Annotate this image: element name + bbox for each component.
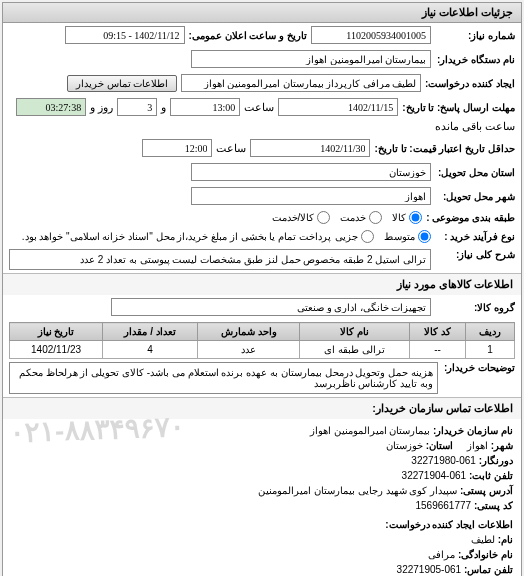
radio-goods-input[interactable] xyxy=(409,211,422,224)
buyer-notes-row: توضیحات خریدار: هزینه حمل وتحویل درمحل ب… xyxy=(9,362,515,394)
row-goods-group: گروه کالا: xyxy=(3,295,521,319)
requester-phone-line: تلفن تماس: 061-32271905 xyxy=(11,562,513,576)
th-name: نام کالا xyxy=(300,323,410,341)
cell-code: -- xyxy=(409,341,465,359)
cell-qty: 4 xyxy=(103,341,198,359)
contact-org-label: نام سازمان خریدار: xyxy=(433,425,513,436)
requester-input[interactable] xyxy=(181,74,421,92)
purchase-note: پرداخت تمام یا بخشی از مبلغ خرید،از محل … xyxy=(22,231,331,242)
requester-surname: مرافی xyxy=(428,549,455,560)
radio-goods-service-input[interactable] xyxy=(317,211,330,224)
expiry-time-input[interactable] xyxy=(142,139,212,157)
deadline-label: مهلت ارسال پاسخ: تا تاریخ: xyxy=(402,102,515,113)
contact-postal: 1569661777 xyxy=(415,500,471,511)
purchase-type-label: نوع فرآیند خرید : xyxy=(435,231,515,242)
radio-minor-input[interactable] xyxy=(361,230,374,243)
contact-address: سپیدار کوی شهید رجایی بیمارستان امیرالمو… xyxy=(258,485,457,496)
radio-minor[interactable]: جزیی xyxy=(335,230,374,243)
category-radio-group: کالا خدمت کالا/خدمت xyxy=(272,211,423,224)
province-label: استان محل تحویل: xyxy=(435,167,515,178)
row-province: استان محل تحویل: xyxy=(3,160,521,184)
day-label: روز و xyxy=(90,101,113,114)
contact-info-button[interactable]: اطلاعات تماس خریدار xyxy=(67,75,177,92)
time-label-2: ساعت xyxy=(216,142,246,155)
row-request-number: شماره نیاز: تاریخ و ساعت اعلان عمومی: xyxy=(3,23,521,47)
row-city: شهر محل تحویل: xyxy=(3,184,521,208)
requester-surname-label: نام خانوادگی: xyxy=(458,549,513,560)
requester-phone: 061-32271905 xyxy=(397,564,462,575)
expiry-label: حداقل تاریخ اعتبار قیمت: تا تاریخ: xyxy=(374,143,515,154)
row-general-desc: شرح کلی نیاز: ترالی استیل 2 طبقه مخصوص ح… xyxy=(3,246,521,273)
cell-idx: 1 xyxy=(466,341,515,359)
and-label: و xyxy=(161,101,166,114)
buyer-org-input[interactable] xyxy=(191,50,431,68)
contact-section-title: اطلاعات تماس سازمان خریدار: xyxy=(3,397,521,419)
contact-fax-label: دورنگار: xyxy=(479,455,513,466)
goods-group-label: گروه کالا: xyxy=(435,302,515,313)
row-purchase-type: نوع فرآیند خرید : متوسط جزیی پرداخت تمام… xyxy=(3,227,521,246)
row-buyer-org: نام دستگاه خریدار: xyxy=(3,47,521,71)
requester-name: لطيف xyxy=(471,534,495,545)
cell-date: 1402/11/23 xyxy=(10,341,103,359)
goods-table: ردیف کد کالا نام کالا واحد شمارش تعداد /… xyxy=(9,322,515,359)
contact-postal-label: کد پستی: xyxy=(474,500,513,511)
radio-goods[interactable]: کالا xyxy=(392,211,422,224)
contact-city-prov-line: شهر: اهواز استان: خوزستان xyxy=(11,438,513,453)
th-idx: ردیف xyxy=(466,323,515,341)
goods-section-title: اطلاعات کالاهای مورد نیاز xyxy=(3,273,521,295)
expiry-date-input[interactable] xyxy=(250,139,370,157)
th-qty: تعداد / مقدار xyxy=(103,323,198,341)
announce-input[interactable] xyxy=(65,26,185,44)
buyer-notes-label: توضیحات خریدار: xyxy=(444,362,515,394)
main-panel: جزئیات اطلاعات نیاز شماره نیاز: تاریخ و … xyxy=(2,2,522,576)
category-label: طبقه بندی موضوعی : xyxy=(426,212,515,223)
contact-phone-label: تلفن ثابت: xyxy=(469,470,513,481)
radio-service-input[interactable] xyxy=(369,211,382,224)
th-unit: واحد شمارش xyxy=(198,323,300,341)
contact-org: بیمارستان امیرالمومنین اهواز xyxy=(310,425,431,436)
contact-address-label: آدرس پستی: xyxy=(460,485,513,496)
th-code: کد کالا xyxy=(409,323,465,341)
table-row[interactable]: 1 -- ترالی طبقه ای عدد 4 1402/11/23 xyxy=(10,341,515,359)
contact-org-line: نام سازمان خریدار: بیمارستان امیرالمومنی… xyxy=(11,423,513,438)
row-expiry: حداقل تاریخ اعتبار قیمت: تا تاریخ: ساعت xyxy=(3,136,521,160)
deadline-date-input[interactable] xyxy=(278,98,398,116)
remain-label: ساعت باقی مانده xyxy=(435,120,515,133)
contact-province-label: استان: xyxy=(426,440,453,451)
radio-service[interactable]: خدمت xyxy=(340,211,382,224)
row-deadline: مهلت ارسال پاسخ: تا تاریخ: ساعت و روز و … xyxy=(3,95,521,136)
requester-name-line: نام: لطيف xyxy=(11,532,513,547)
deadline-time-input[interactable] xyxy=(170,98,240,116)
remaining-days-input[interactable] xyxy=(117,98,157,116)
request-number-input[interactable] xyxy=(311,26,431,44)
row-category: طبقه بندی موضوعی : کالا خدمت کالا/خدمت xyxy=(3,208,521,227)
request-number-label: شماره نیاز: xyxy=(435,30,515,41)
goods-group-input[interactable] xyxy=(111,298,431,316)
requester-phone-label: تلفن تماس: xyxy=(464,564,513,575)
radio-medium-input[interactable] xyxy=(418,230,431,243)
buyer-notes-content: هزینه حمل وتحویل درمحل بیمارستان به عهده… xyxy=(9,362,438,394)
remaining-time-input[interactable] xyxy=(16,98,86,116)
requester-label: ایجاد کننده درخواست: xyxy=(425,78,515,89)
purchase-type-radio-group: متوسط جزیی xyxy=(335,230,431,243)
contact-postal-line: کد پستی: 1569661777 xyxy=(11,498,513,513)
contact-fax: 061-32271980 xyxy=(411,455,476,466)
buyer-org-label: نام دستگاه خریدار: xyxy=(435,54,515,65)
contact-section: نام سازمان خریدار: بیمارستان امیرالمومنی… xyxy=(3,419,521,576)
requester-surname-line: نام خانوادگی: مرافی xyxy=(11,547,513,562)
contact-city: اهواز xyxy=(467,440,488,451)
cell-unit: عدد xyxy=(198,341,300,359)
province-input[interactable] xyxy=(191,163,431,181)
radio-medium[interactable]: متوسط xyxy=(384,230,431,243)
requester-name-label: نام: xyxy=(498,534,513,545)
time-label-1: ساعت xyxy=(244,101,274,114)
general-desc-box: ترالی استیل 2 طبقه مخصوص حمل لنز طبق مشخ… xyxy=(9,249,431,270)
city-input[interactable] xyxy=(191,187,431,205)
radio-goods-service[interactable]: کالا/خدمت xyxy=(272,211,331,224)
panel-title: جزئیات اطلاعات نیاز xyxy=(3,3,521,23)
contact-city-label: شهر: xyxy=(491,440,513,451)
th-date: تاریخ نیاز xyxy=(10,323,103,341)
cell-name: ترالی طبقه ای xyxy=(300,341,410,359)
contact-province: خوزستان xyxy=(386,440,423,451)
requester-section-title: اطلاعات ایجاد کننده درخواست: xyxy=(11,517,513,532)
